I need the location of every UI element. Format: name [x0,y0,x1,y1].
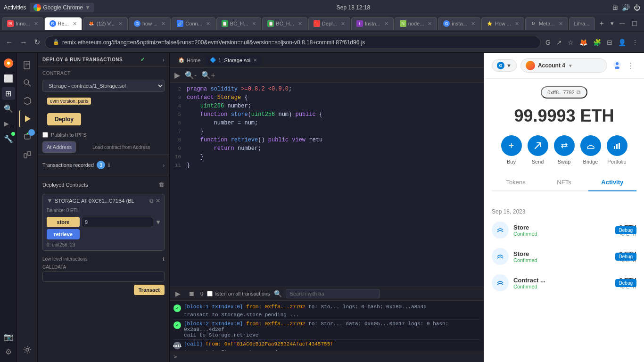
google-lens-button[interactable]: G [544,37,553,48]
tab-bch[interactable]: 📋 BC_H... ✕ [216,17,262,30]
store-function-input[interactable] [82,217,153,227]
remove-contract-button[interactable]: ✕ [156,197,160,204]
tab-close-how[interactable]: ✕ [161,21,165,27]
tab-overflow-button[interactable]: ▾ [608,18,617,29]
firefox-logo[interactable] [2,57,15,70]
puzzle-extension-button[interactable]: 🧩 [591,37,603,48]
minimize-button[interactable]: ─ [617,18,627,29]
metamask-extension-button[interactable]: 🦊 [578,37,589,48]
tab-inbox[interactable]: ✉ Inno... ✕ [2,17,43,30]
tab-bch2[interactable]: 📋 BC_H... ✕ [262,17,307,30]
tab-close-bch[interactable]: ✕ [252,21,256,27]
editor-tab-home[interactable]: 🏠 Home [173,55,205,65]
new-tab-button[interactable]: + [596,17,608,30]
low-level-info-icon[interactable]: ℹ [163,256,165,262]
remix-plugins-icon[interactable] [19,146,36,163]
tab-remix[interactable]: R Re... ✕ [44,17,82,30]
tab-close-metamask[interactable]: ✕ [118,21,123,27]
bridge-action[interactable]: Bridge [580,135,601,165]
run-button[interactable]: ▶ [173,70,181,81]
transactions-info-icon[interactable]: ℹ [108,162,110,168]
debug-button-1[interactable]: Debug [615,226,636,234]
browser-name-tag[interactable]: Google Chrome ▼ [30,3,94,12]
settings-icon[interactable]: ⚙ [2,345,15,358]
menu-button[interactable]: ⋮ [630,37,640,48]
portfolio-action[interactable]: Portfolio [607,135,627,165]
retrieve-function-button[interactable]: retrieve [47,229,80,239]
profile-button[interactable]: 👤 [616,37,628,48]
url-bar[interactable]: 🔒 remix.ethereum.org/#lang=en&optimize=f… [45,36,541,49]
clear-deployed-icon[interactable]: 🗑 [158,181,165,188]
camera-icon[interactable]: 📷 [2,330,15,343]
calldata-input[interactable] [42,272,165,282]
tab-close-meta[interactable]: ✕ [559,21,563,27]
close-button[interactable]: ✕ [642,18,644,29]
tab-close-inbox[interactable]: ✕ [34,21,38,27]
console-listen-checkbox[interactable] [207,291,213,296]
at-address-button[interactable]: At Address [42,141,76,153]
tab-insta[interactable]: I Insta... ✕ [351,17,394,30]
tab-insta2[interactable]: G insta... ✕ [438,17,480,30]
maximize-button[interactable]: □ [629,18,640,29]
tab-metamask[interactable]: 🦊 (12) V... ✕ [83,17,128,30]
search-bar-icon[interactable]: 🔍 [2,102,15,115]
transactions-expand-icon[interactable]: › [163,162,165,169]
back-button[interactable]: ← [4,36,15,49]
deploy-button[interactable]: Deploy [47,113,81,125]
code-editor[interactable]: 2 pragma solidity >=0.8.2 <0.9.0; 3 cont… [170,83,484,287]
store-function-button[interactable]: store [47,217,80,227]
contract-selector[interactable]: Storage - contracts/1_Storage.sol [42,80,165,92]
account-selector-button[interactable]: Account 4 ▼ [520,58,607,73]
bookmark-button[interactable]: ☆ [566,37,576,48]
tab-manager-icon[interactable]: ⊞ [2,87,15,100]
transaction-item-2[interactable]: Store Confirmed -0 ETH -0 ETH Debug [484,243,644,270]
tab-how[interactable]: G how ... ✕ [129,17,171,30]
storage-tab-close-icon[interactable]: ✕ [253,58,257,63]
transact-button[interactable]: Transact [134,285,165,295]
tokens-tab[interactable]: Tokens [492,174,540,191]
tab-close-insta[interactable]: ✕ [384,21,388,27]
contract-toggle-icon[interactable]: ▼ [47,197,53,204]
metamask-more-button[interactable]: ⋮ [625,58,636,73]
console-input[interactable] [180,354,480,360]
console-stop-button[interactable]: ⏹ [186,289,197,298]
share-button[interactable]: ↗ [554,37,564,48]
remix-settings-icon[interactable] [19,341,36,358]
tab-close-remix[interactable]: ✕ [73,21,77,27]
tab-depl[interactable]: 🔴 Depl... ✕ [308,17,350,30]
debug-button-2[interactable]: Debug [615,253,636,261]
console-run-button[interactable]: ▶ [173,289,182,298]
forward-button[interactable]: → [18,36,29,49]
zoom-in-button[interactable]: 🔍+ [200,70,216,81]
remix-debug-icon[interactable] [19,128,36,145]
remix-search-icon[interactable] [19,74,36,91]
store-function-dropdown[interactable]: ▼ [155,219,161,226]
terminal-icon[interactable]: ▶_ [2,117,15,130]
tab-close-how2[interactable]: ✕ [515,21,519,27]
nfts-tab[interactable]: NFTs [540,174,588,191]
console-listen-label[interactable]: listen on all transactions [207,291,270,296]
tab-lifna[interactable]: Lifna... [569,17,595,30]
zoom-out-button[interactable]: 🔍- [184,70,198,81]
tab-meta[interactable]: M Meta... ✕ [525,17,568,30]
activity-tab[interactable]: Activity [588,174,636,191]
tab-close-insta2[interactable]: ✕ [471,21,475,27]
panel-collapse-icon[interactable]: › [163,57,165,63]
reload-button[interactable]: ↻ [32,36,42,49]
address-copy-button[interactable]: 0xff8...7792 ⧉ [541,86,587,99]
console-search-input[interactable] [286,289,380,298]
network-selector-button[interactable]: G ▼ [492,59,517,72]
plugin-active-icon[interactable]: 🔧 [2,132,15,145]
send-action[interactable]: Send [528,135,548,165]
swap-action[interactable]: Swap [554,135,575,165]
transaction-item-1[interactable]: Store Confirmed -0 ETH -0 ETH Debug [484,217,644,243]
new-window-icon[interactable]: ⬜ [2,72,15,85]
editor-tab-storage[interactable]: 🔷 1_Storage.sol ✕ [205,55,262,65]
tab-conn[interactable]: 🔗 Conn... ✕ [172,17,215,30]
tab-close-conn[interactable]: ✕ [206,21,210,27]
remix-files-icon[interactable] [19,57,36,74]
tab-how2[interactable]: ⭐ How ... ✕ [481,17,524,30]
buy-action[interactable]: + Buy [501,135,522,165]
tab-close-depl[interactable]: ✕ [341,21,345,27]
tab-node[interactable]: N node... ✕ [395,17,438,30]
